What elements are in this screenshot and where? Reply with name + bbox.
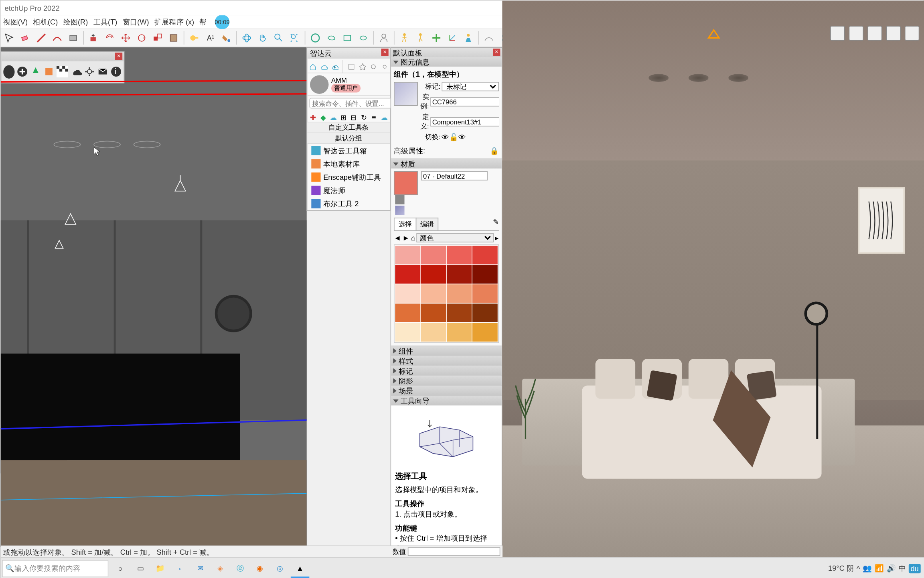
zhida-item[interactable]: 布尔工具 2 bbox=[307, 197, 390, 210]
color-swatch[interactable] bbox=[447, 323, 472, 341]
task-app4-icon[interactable]: ◎ bbox=[271, 559, 289, 578]
figure-tool-icon[interactable] bbox=[397, 31, 411, 45]
tape-tool-icon[interactable] bbox=[187, 31, 201, 45]
user-icon[interactable] bbox=[377, 31, 391, 45]
task-mail-icon[interactable]: ✉ bbox=[191, 559, 209, 578]
tray-ime-icon[interactable]: 中 bbox=[899, 563, 906, 573]
vray-icon-2[interactable] bbox=[324, 31, 338, 45]
color-swatch[interactable] bbox=[472, 323, 498, 341]
move-tool-icon[interactable] bbox=[118, 31, 133, 45]
components-header[interactable]: 组件 bbox=[391, 346, 501, 356]
vray-icon[interactable] bbox=[308, 31, 322, 45]
zd-nav-gear-icon[interactable] bbox=[380, 60, 389, 73]
styles-header[interactable]: 样式 bbox=[391, 356, 501, 365]
menu-help[interactable]: 帮 bbox=[199, 17, 207, 27]
tray-people-icon[interactable]: 👥 bbox=[863, 564, 872, 573]
zhida-item[interactable]: 智达云工具箱 bbox=[307, 144, 390, 157]
hidden-toggle-icon[interactable]: 👁 bbox=[458, 133, 466, 141]
orbit-tool-icon[interactable] bbox=[239, 31, 254, 45]
menu-tools[interactable]: 工具(T) bbox=[93, 17, 118, 27]
menu-draw[interactable]: 绘图(R) bbox=[63, 17, 88, 27]
pan-tool-icon[interactable] bbox=[255, 31, 270, 45]
color-swatch[interactable] bbox=[421, 284, 446, 303]
dimension-tool-icon[interactable] bbox=[461, 31, 476, 45]
render-3d-icon[interactable] bbox=[867, 26, 882, 41]
color-swatch[interactable] bbox=[421, 246, 446, 264]
tray-header[interactable]: 默认面板× bbox=[391, 48, 501, 57]
walk-tool-icon[interactable] bbox=[413, 31, 428, 45]
menu-camera[interactable]: 相机(C) bbox=[33, 17, 58, 27]
shadows-header[interactable]: 阴影 bbox=[391, 376, 501, 385]
offset-tool-icon[interactable] bbox=[102, 31, 117, 45]
color-swatch[interactable] bbox=[421, 265, 446, 283]
tray-app-icon[interactable]: du bbox=[908, 564, 920, 573]
line-tool-icon[interactable] bbox=[34, 31, 49, 45]
zoom-extents-icon[interactable] bbox=[288, 31, 302, 45]
material-library-select[interactable]: 颜色 bbox=[417, 233, 494, 242]
task-app3-icon[interactable]: ◉ bbox=[251, 559, 269, 578]
weather-widget[interactable]: 19°C 阴 bbox=[828, 563, 854, 573]
zd-nav-scan-icon[interactable] bbox=[347, 60, 356, 73]
home-icon[interactable]: ⌂ bbox=[411, 234, 415, 242]
tag-select[interactable]: 未标记 bbox=[442, 82, 499, 91]
rotate-tool-icon[interactable] bbox=[134, 31, 149, 45]
color-swatch[interactable] bbox=[447, 265, 472, 283]
zd-tr-4-icon[interactable]: ⊞ bbox=[339, 110, 348, 124]
color-swatch[interactable] bbox=[395, 284, 420, 303]
tray-network-icon[interactable]: 📶 bbox=[875, 564, 884, 573]
color-swatch[interactable] bbox=[472, 284, 498, 303]
menu-window[interactable]: 窗口(W) bbox=[123, 17, 149, 27]
section-tool-icon[interactable] bbox=[429, 31, 444, 45]
color-swatch[interactable] bbox=[472, 303, 498, 322]
zd-tr-3-icon[interactable]: ☁ bbox=[329, 110, 338, 124]
task-app-icon[interactable]: ▫ bbox=[171, 559, 189, 578]
model-viewport[interactable]: × i bbox=[1, 47, 307, 547]
color-swatch[interactable] bbox=[447, 246, 472, 264]
color-swatch[interactable] bbox=[472, 246, 498, 264]
color-swatch[interactable] bbox=[395, 323, 420, 341]
color-swatch[interactable] bbox=[395, 265, 420, 283]
details-icon[interactable]: ▸ bbox=[495, 233, 499, 242]
close-icon[interactable]: × bbox=[493, 49, 500, 56]
vray-icon-4[interactable] bbox=[356, 31, 370, 45]
text-tool-icon[interactable]: A¹ bbox=[203, 31, 217, 45]
materials-header[interactable]: 材质 bbox=[391, 159, 501, 168]
axes-tool-icon[interactable] bbox=[445, 31, 460, 45]
zd-nav-cloud-icon[interactable] bbox=[320, 60, 328, 73]
rect-tool-icon[interactable] bbox=[66, 31, 80, 45]
color-swatch[interactable] bbox=[395, 303, 420, 322]
definition-input[interactable] bbox=[430, 117, 499, 126]
tray-chevron-icon[interactable]: ^ bbox=[857, 564, 860, 572]
material-name-input[interactable] bbox=[421, 171, 488, 180]
task-taskview-icon[interactable]: ▭ bbox=[131, 559, 150, 578]
zd-tr-6-icon[interactable]: ↻ bbox=[359, 110, 368, 124]
zd-nav-home-icon[interactable] bbox=[309, 60, 317, 73]
menu-view[interactable]: 视图(V) bbox=[3, 17, 28, 27]
color-swatch[interactable] bbox=[447, 284, 472, 303]
tab-select[interactable]: 选择 bbox=[394, 218, 416, 230]
task-sketchup-icon[interactable]: ▲ bbox=[291, 559, 309, 578]
color-swatch[interactable] bbox=[472, 265, 498, 283]
render-viewport[interactable] bbox=[502, 1, 924, 559]
instance-input[interactable] bbox=[430, 97, 499, 106]
select-tool-icon[interactable] bbox=[2, 31, 16, 45]
zhida-item[interactable]: 本地素材库 bbox=[307, 157, 390, 170]
tab-edit[interactable]: 编辑 bbox=[416, 218, 438, 230]
material-backface-icon[interactable] bbox=[395, 206, 404, 215]
color-swatch[interactable] bbox=[395, 246, 420, 264]
color-swatch[interactable] bbox=[447, 303, 472, 322]
enscape-path-icon[interactable] bbox=[482, 31, 496, 45]
render-map-icon[interactable] bbox=[830, 26, 845, 41]
eyedropper-icon[interactable]: ✎ bbox=[493, 218, 499, 230]
zd-nav-download-icon[interactable] bbox=[330, 60, 339, 73]
lock-toggle-icon[interactable]: 🔓 bbox=[449, 133, 458, 142]
material-default-icon[interactable] bbox=[395, 195, 404, 204]
back-icon[interactable]: ◄ bbox=[394, 234, 401, 242]
zd-tr-2-icon[interactable]: ◆ bbox=[319, 110, 328, 124]
zd-tr-5-icon[interactable]: ⊟ bbox=[349, 110, 358, 124]
instructor-header[interactable]: 工具向导 bbox=[391, 396, 501, 405]
zoom-tool-icon[interactable] bbox=[272, 31, 286, 45]
component-tool-icon[interactable] bbox=[166, 31, 181, 45]
zd-nav-star-icon[interactable] bbox=[358, 60, 367, 73]
zd-tr-1-icon[interactable]: ✚ bbox=[309, 110, 318, 124]
